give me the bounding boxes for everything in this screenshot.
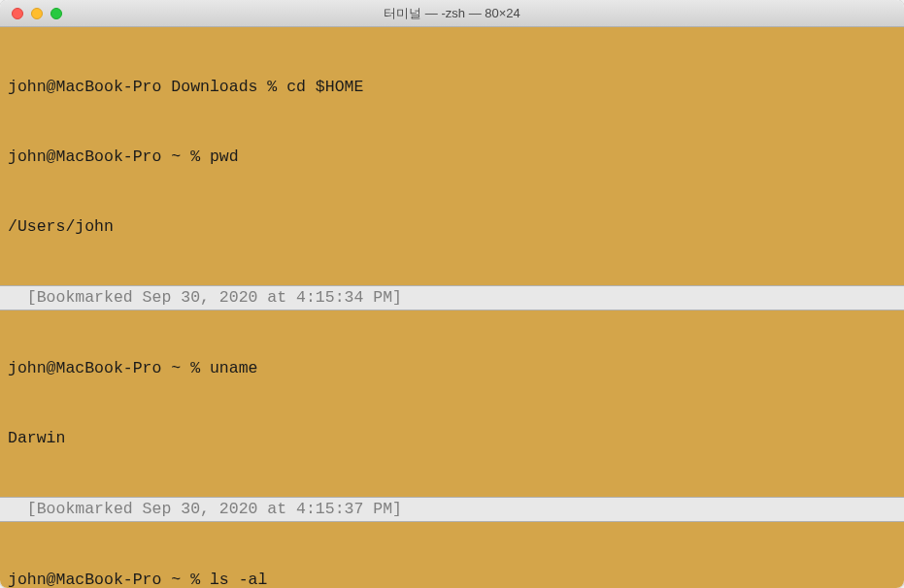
terminal-line: john@MacBook-Pro ~ % ls -al bbox=[8, 569, 896, 588]
titlebar[interactable]: 터미널 — -zsh — 80×24 bbox=[0, 0, 904, 27]
bookmark-line: [Bookmarked Sep 30, 2020 at 4:15:37 PM] bbox=[0, 497, 904, 522]
window-title: 터미널 — -zsh — 80×24 bbox=[0, 5, 904, 22]
terminal-line: john@MacBook-Pro ~ % uname bbox=[8, 357, 896, 380]
terminal-line: john@MacBook-Pro ~ % pwd bbox=[8, 146, 896, 169]
bookmark-line: [Bookmarked Sep 30, 2020 at 4:15:34 PM] bbox=[0, 285, 904, 310]
terminal-line: john@MacBook-Pro Downloads % cd $HOME bbox=[8, 76, 896, 99]
terminal-content[interactable]: john@MacBook-Pro Downloads % cd $HOME jo… bbox=[0, 27, 904, 588]
terminal-line: Darwin bbox=[8, 427, 896, 450]
minimize-button[interactable] bbox=[31, 8, 43, 19]
close-button[interactable] bbox=[12, 8, 23, 19]
traffic-lights bbox=[0, 8, 62, 19]
zoom-button[interactable] bbox=[50, 8, 62, 19]
terminal-window: 터미널 — -zsh — 80×24 john@MacBook-Pro Down… bbox=[0, 0, 904, 588]
terminal-line: /Users/john bbox=[8, 215, 896, 239]
